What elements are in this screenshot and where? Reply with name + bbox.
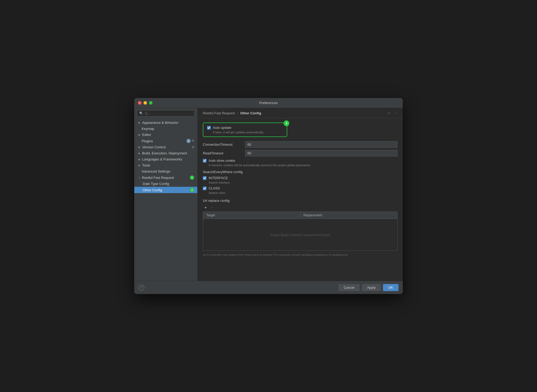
class-label: CLASS [209,186,220,190]
table-header-replacement: Replacement [300,212,397,219]
url-replace-title: Url replace config [203,199,397,203]
breadcrumb: Restful Fast Request › Other Config ← → [198,108,403,118]
chevron-right-icon: ▶ [138,158,141,161]
minimize-button[interactable] [143,101,147,105]
sidebar-item-label: Version Control [142,145,166,149]
class-checkbox-row: CLASS [203,186,397,190]
chevron-right-icon: ▶ [138,152,141,155]
breadcrumb-current: Other Config [240,111,261,115]
interface-desc: Search interface [203,181,397,184]
sidebar-item-label: Languages & Frameworks [142,157,182,161]
sidebar-item-label: Date Type Config [143,182,169,186]
sidebar-badge-1: 1 [190,175,194,180]
sidebar-item-label: Restful Fast Request [142,176,174,180]
nav-arrows: ← → [387,111,397,115]
auto-update-description: If open, it will get updates automatical… [207,131,283,134]
sidebar-badge-2: 2 [190,188,194,192]
class-section: CLASS Search class [203,186,397,194]
sidebar-item-tools[interactable]: ▶ Tools [134,162,197,168]
chevron-down-icon: ∨ [138,176,140,179]
sidebar-item-label: Editor [142,133,151,137]
sidebar-item-advanced-settings[interactable]: Advanced Settings [134,168,197,174]
title-bar: Preferences [134,98,403,108]
search-everywhere-title: SearchEveryWhere config [203,170,397,174]
auto-update-checkbox-row: Auto update [207,126,283,130]
auto-update-box: 3 Auto update If open, it will get updat… [203,122,287,137]
sidebar-item-other-config[interactable]: Other Config 2 [134,187,197,193]
window-title: Preferences [259,101,278,105]
main-content: 🔍 ▶ Appearance & Behavior Keymap ▶ Edito… [134,108,403,281]
read-timeout-label: ReadTimeout [203,151,245,155]
grid-icon: ⊞ [192,139,194,143]
sidebar-item-label: Other Config [143,188,162,192]
bottom-actions: Cancel Apply OK [338,284,399,291]
interface-checkbox[interactable] [203,176,207,180]
preferences-window: Preferences 🔍 ▶ Appearance & Behavior Ke… [134,98,403,294]
interface-section: INTERFACE Search interface [203,176,397,184]
auto-store-cookie-label: Auto store cookie [209,159,235,163]
class-checkbox[interactable] [203,187,207,190]
sidebar-item-version-control[interactable]: ▶ Version Control ⊞ [134,144,197,150]
interface-checkbox-row: INTERFACE [203,176,397,180]
back-arrow[interactable]: ← [387,111,391,115]
sidebar: 🔍 ▶ Appearance & Behavior Keymap ▶ Edito… [134,108,198,281]
ok-button[interactable]: OK [383,284,399,291]
bottom-bar: ? Cancel Apply OK [134,281,403,294]
apply-button[interactable]: Apply [362,284,381,291]
sidebar-item-languages-frameworks[interactable]: ▶ Languages & Frameworks [134,156,197,162]
table-header: Target Replacement [203,212,397,219]
auto-store-cookie-checkbox[interactable] [203,159,207,163]
maximize-button[interactable] [149,101,152,105]
connection-timeout-label: ConnectionTimeout [203,143,245,146]
search-input[interactable] [145,111,192,115]
remove-url-button[interactable]: − [209,205,215,210]
search-icon: 🔍 [139,111,143,115]
forward-arrow[interactable]: → [393,111,397,115]
sidebar-item-appearance-behavior[interactable]: ▶ Appearance & Behavior [134,120,197,126]
badge-3: 3 [284,120,289,126]
grid-icon: ⊞ [192,145,194,149]
url-replace-toolbar: + − [203,205,397,210]
settings-content: 3 Auto update If open, it will get updat… [198,118,403,281]
add-url-button[interactable]: + [203,205,208,210]
sidebar-item-label: Plugins [142,139,153,143]
sidebar-item-restful-fast-request[interactable]: ∨ Restful Fast Request 1 [134,174,197,181]
read-timeout-input[interactable] [245,150,397,156]
sidebar-item-label: Tools [142,163,150,167]
sidebar-item-label: Keymap [142,127,154,131]
auto-update-checkbox[interactable] [207,126,211,130]
auto-update-label: Auto update [213,126,231,130]
plugin-badge: 1 [186,139,191,143]
plugin-icons: 1 ⊞ [186,139,194,143]
url-replace-section: Url replace config + − Target Replacemen… [203,199,397,257]
connection-timeout-input[interactable] [245,141,397,148]
url-replace-table: Target Replacement Target:${api-module} … [203,212,397,251]
interface-label: INTERFACE [209,176,228,180]
sidebar-item-date-type-config[interactable]: Date Type Config [134,181,197,187]
table-placeholder: Target:${api-module} replacement:base [270,233,330,237]
sidebar-item-editor[interactable]: ▶ Editor [134,132,197,138]
traffic-lights [138,101,152,105]
sidebar-item-keymap[interactable]: Keymap [134,126,197,132]
class-desc: Search class [203,191,397,194]
auto-store-cookie-row: Auto store cookie [203,159,397,163]
sidebar-items: ▶ Appearance & Behavior Keymap ▶ Editor … [134,119,197,281]
breadcrumb-separator: › [237,111,238,115]
sidebar-item-label: Appearance & Behavior [142,121,178,125]
chevron-right-icon: ▶ [138,133,141,136]
sidebar-item-build-execution[interactable]: ▶ Build, Execution, Deployment [134,150,197,156]
close-button[interactable] [138,101,141,105]
sidebar-item-plugins[interactable]: Plugins 1 ⊞ [134,138,197,144]
sidebar-item-label: Build, Execution, Deployment [142,151,187,155]
breadcrumb-parent: Restful Fast Request [203,111,235,115]
help-button[interactable]: ? [138,285,144,291]
chevron-right-icon: ▶ [138,164,141,167]
cancel-button[interactable]: Cancel [338,284,359,291]
read-timeout-row: ReadTimeout [203,150,397,156]
table-body: Target:${api-module} replacement:base [203,219,397,251]
chevron-right-icon: ▶ [138,121,141,124]
search-box[interactable]: 🔍 [137,110,195,116]
connection-timeout-row: ConnectionTimeout [203,141,397,148]
auto-store-cookie-section: Auto store cookie If checked, cookies wi… [203,159,397,167]
chevron-right-icon: ▶ [138,146,141,149]
